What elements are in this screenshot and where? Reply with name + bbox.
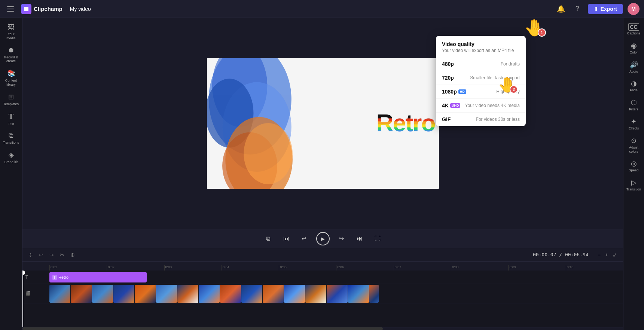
text-clip-label: Retro [58, 275, 68, 279]
sidebar-item-brand[interactable]: ◈ Brand kit [1, 149, 21, 166]
timeline-zoom-controls: − + ⤢ [596, 251, 619, 259]
right-sidebar-speed[interactable]: ◎ Speed [625, 157, 643, 175]
timeline-time: 00:00.07 / 00:06.94 [533, 252, 589, 257]
speed-icon: ◎ [631, 159, 637, 168]
notification-button[interactable]: 🔔 [555, 3, 567, 15]
sidebar-item-templates[interactable]: ⊞ Templates [1, 91, 21, 109]
record-create-icon: ⏺ [8, 46, 15, 54]
effects-label: Effects [629, 126, 639, 131]
zoom-out-button[interactable]: − [596, 251, 602, 259]
timeline-scrollbar-thumb[interactable] [22, 327, 383, 330]
speed-label: Speed [629, 168, 638, 172]
quality-option-4k[interactable]: 4K UHD Your video needs 4K media [436, 99, 526, 113]
sidebar-item-transitions[interactable]: ⧉ Transitions [1, 129, 21, 147]
fade-label: Fade [630, 88, 638, 92]
timeline-scrollbar[interactable] [22, 327, 623, 330]
sidebar-item-record-create[interactable]: ⏺ Record & create [1, 44, 21, 66]
quality-option-480p[interactable]: 480p For drafts [436, 57, 526, 71]
ruler-mark-8: 0:09 [508, 265, 565, 271]
fade-icon: ◑ [631, 79, 637, 88]
video-title-input[interactable] [67, 4, 127, 13]
timeline-toolbar: ⊹ ↩ ↪ ✂ ⊕ 00:00.07 / 00:06.94 − + ⤢ [22, 248, 623, 262]
help-button[interactable]: ? [571, 3, 583, 15]
film-frame-13 [305, 285, 326, 303]
select-tool[interactable]: ⊹ [27, 251, 34, 259]
adjust-colors-label: Adjust colors [626, 146, 641, 154]
ruler-mark-9: 0:10 [566, 265, 623, 271]
forward-button[interactable]: ↪ [336, 233, 348, 245]
sidebar-item-content-library[interactable]: 📚 Content library [1, 67, 21, 89]
text-clip-retro[interactable]: T Retro [49, 272, 147, 282]
ruler-mark-1: 0:02 [107, 265, 164, 271]
cursor-hand-1: 🤚 1 [524, 18, 544, 37]
quality-subtitle: Your video will export as an MP4 file [442, 48, 520, 53]
video-preview: Retro [207, 58, 439, 189]
quality-option-gif[interactable]: GIF For videos 30s or less [436, 113, 526, 126]
export-button[interactable]: ⬆ Export [588, 4, 623, 14]
fullscreen-button[interactable]: ⛶ [372, 233, 384, 245]
ruler-mark-6: 0:07 [394, 265, 451, 271]
right-sidebar-fade[interactable]: ◑ Fade [625, 77, 643, 95]
content-library-icon: 📚 [7, 69, 15, 77]
merge-button[interactable]: ⊕ [69, 251, 76, 259]
text-clip-icon: T [52, 275, 57, 280]
sidebar-item-text[interactable]: T Text [1, 110, 21, 128]
hd-badge: HD [458, 89, 466, 94]
topbar: Clipchamp 🔔 ? ⬆ Export M [0, 0, 644, 18]
sidebar-item-your-media[interactable]: 🖼 Your media [1, 21, 21, 43]
quality-dropdown: Video quality Your video will export as … [436, 36, 526, 126]
right-sidebar-color[interactable]: ◉ Color [625, 39, 643, 57]
right-sidebar-captions[interactable]: CC Captions [625, 21, 643, 38]
sidebar-item-label-brand: Brand kit [4, 160, 18, 164]
undo-button[interactable]: ↩ [37, 251, 45, 259]
redo-button[interactable]: ↪ [48, 251, 55, 259]
effects-icon: ✦ [631, 117, 637, 126]
film-frame-1 [49, 285, 70, 303]
right-sidebar-transition[interactable]: ▷ Transition [625, 176, 643, 194]
right-sidebar-effects[interactable]: ✦ Effects [625, 115, 643, 133]
film-frame-15 [348, 285, 369, 303]
sidebar-item-label-templates: Templates [3, 102, 19, 106]
right-sidebar-filters[interactable]: ⬡ Filters [625, 96, 643, 114]
film-frame-8 [199, 285, 220, 303]
film-frame-12 [284, 285, 305, 303]
quality-option-720p[interactable]: 720p Smaller file, faster export [436, 71, 526, 85]
video-track-row: 🎬 [22, 284, 623, 303]
right-sidebar-audio[interactable]: 🔊 Audio [625, 58, 643, 76]
quality-name-1080p: 1080p HD [442, 89, 466, 95]
play-button[interactable]: ▶ [316, 232, 330, 245]
fit-button[interactable]: ⤢ [611, 251, 619, 259]
rewind-button[interactable]: ↩ [298, 233, 310, 245]
time-separator: / [559, 252, 565, 257]
zoom-in-button[interactable]: + [604, 251, 610, 259]
skip-back-button[interactable]: ⏮ [280, 233, 292, 245]
quality-desc-4k: Your video needs 4K media [465, 103, 520, 108]
color-label: Color [630, 51, 638, 55]
menu-button[interactable] [4, 3, 16, 15]
video-filmstrip [49, 285, 379, 303]
quality-option-1080p[interactable]: 1080p HD High quality [436, 85, 526, 99]
svg-rect-0 [7, 6, 14, 7]
svg-rect-3 [24, 7, 28, 11]
skip-forward-button[interactable]: ⏭ [354, 233, 366, 245]
cut-button[interactable]: ✂ [58, 251, 66, 259]
adjust-colors-icon: ⊙ [631, 137, 637, 145]
filters-label: Filters [629, 107, 638, 111]
playhead[interactable] [22, 271, 23, 327]
transition-label: Transition [626, 187, 641, 192]
timeline-tracks: T T Retro 🎬 [22, 271, 623, 327]
user-avatar[interactable]: M [628, 3, 640, 15]
pip-button[interactable]: ⧉ [262, 233, 274, 245]
captions-label: Captions [627, 31, 641, 36]
logo-icon [21, 4, 31, 14]
video-track-content[interactable] [49, 284, 623, 303]
right-sidebar-adjust-colors[interactable]: ⊙ Adjust colors [625, 134, 643, 156]
text-track-content[interactable]: T Retro [49, 271, 623, 284]
film-frame-16 [369, 285, 379, 303]
ruler-mark-4: 0:05 [279, 265, 336, 271]
preview-area: Retro Video quality Your video will expo… [22, 18, 623, 229]
film-frame-4 [113, 285, 134, 303]
film-frame-9 [220, 285, 241, 303]
transition-icon: ▷ [631, 178, 637, 187]
quality-desc-gif: For videos 30s or less [476, 117, 520, 122]
